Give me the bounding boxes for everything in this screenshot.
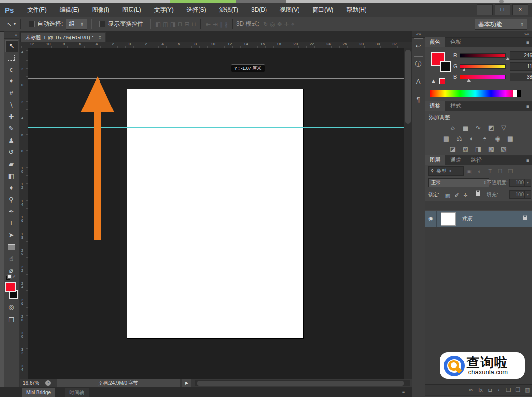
- vertical-scrollbar[interactable]: [404, 48, 412, 379]
- move-tool[interactable]: ↖: [5, 40, 18, 52]
- filter-pixel-layers-icon[interactable]: ▣: [464, 166, 474, 177]
- toolbar-collapse-icon[interactable]: »: [4, 32, 19, 39]
- layers-tab-0[interactable]: 图层: [425, 155, 445, 165]
- guide-horizontal-1[interactable]: [28, 127, 404, 128]
- lock-image-pixels-icon[interactable]: ✐: [452, 192, 461, 199]
- horizontal-scrollbar-thumb[interactable]: [197, 381, 404, 386]
- menu-item-4[interactable]: 文字(Y): [148, 6, 180, 13]
- layer-row-background[interactable]: ◉ 背景: [425, 211, 532, 227]
- blur-tool[interactable]: ♦: [5, 182, 17, 193]
- auto-select-dropdown[interactable]: 组⇕: [66, 19, 87, 30]
- character-panel-icon[interactable]: A: [412, 76, 425, 88]
- status-options-arrow-icon[interactable]: ▶: [182, 379, 191, 387]
- clone-stamp-tool[interactable]: ♟: [5, 135, 17, 146]
- black-white-icon[interactable]: ◐: [466, 134, 478, 143]
- channel-slider-G[interactable]: [460, 64, 506, 69]
- photo-filter-icon[interactable]: ◓: [478, 134, 491, 143]
- hue-saturation-icon[interactable]: ▤: [440, 134, 453, 143]
- layer-filter-type-dropdown[interactable]: ⚲ 类型 ⇕: [428, 166, 464, 176]
- bottom-panel-menu-icon[interactable]: ≡: [402, 389, 405, 394]
- curves-icon[interactable]: ∿: [472, 123, 485, 132]
- layer-visibility-eye-icon[interactable]: ◉: [425, 211, 437, 227]
- layer-name[interactable]: 背景: [462, 215, 522, 222]
- color-balance-icon[interactable]: ⚖: [453, 134, 466, 143]
- background-color-swatch[interactable]: [440, 61, 451, 72]
- eraser-tool[interactable]: ▰: [5, 159, 17, 170]
- menu-item-9[interactable]: 窗口(W): [306, 6, 340, 13]
- history-panel-icon[interactable]: ↩: [412, 40, 425, 52]
- link-layers-icon[interactable]: ∞: [466, 385, 476, 395]
- slider-knob[interactable]: [506, 57, 510, 60]
- dodge-tool[interactable]: ⚲: [5, 194, 17, 205]
- gamut-warning-swatch[interactable]: [439, 78, 445, 84]
- layers-tab-2[interactable]: 路径: [466, 155, 487, 165]
- menu-item-6[interactable]: 滤镜(T): [213, 6, 245, 13]
- layers-tab-1[interactable]: 通道: [445, 155, 466, 165]
- menu-item-3[interactable]: 图层(L): [116, 6, 148, 13]
- tab-close-icon[interactable]: ×: [99, 35, 101, 40]
- filter-type-layers-icon[interactable]: T: [485, 166, 495, 177]
- filter-shape-layers-icon[interactable]: ❒: [495, 166, 505, 177]
- channel-value-B[interactable]: 38: [510, 73, 532, 81]
- lock-transparent-pixels-icon[interactable]: ▨: [443, 192, 452, 199]
- gradient-map-icon[interactable]: ▧: [498, 145, 510, 154]
- close-button[interactable]: ×: [512, 4, 528, 15]
- show-transform-checkbox[interactable]: [99, 21, 105, 27]
- gamut-warning-icon[interactable]: ▲: [431, 78, 436, 84]
- color-swatch-pair[interactable]: [5, 282, 18, 295]
- menu-item-1[interactable]: 编辑(E): [53, 6, 86, 13]
- lock-all-icon[interactable]: [476, 192, 480, 196]
- workspace-switcher[interactable]: 基本功能⇕: [475, 19, 527, 30]
- layers-panel-menu-icon[interactable]: ≡: [526, 158, 529, 163]
- layer-mask-icon[interactable]: ◘: [485, 385, 495, 395]
- panels-collapse-icon[interactable]: »»: [425, 31, 532, 38]
- delete-layer-icon[interactable]: ▥: [523, 385, 532, 395]
- color-tab-1[interactable]: 色板: [445, 37, 466, 47]
- fill-caret-icon[interactable]: ▾: [524, 190, 531, 199]
- levels-icon[interactable]: ▅: [459, 123, 472, 132]
- color-spectrum-ramp[interactable]: [430, 90, 521, 97]
- document-tab[interactable]: 未标题-1 @ 16.7%(RGB/8) * ×: [21, 32, 106, 42]
- quick-mask-button[interactable]: ◎: [5, 302, 17, 313]
- guide-horizontal-2[interactable]: [28, 209, 404, 209]
- paragraph-panel-icon[interactable]: ¶: [412, 94, 425, 106]
- new-layer-icon[interactable]: ❐: [513, 385, 523, 395]
- vibrance-icon[interactable]: ▽: [498, 123, 510, 132]
- color-lookup-icon[interactable]: ▦: [504, 134, 517, 143]
- spot-healing-brush-tool[interactable]: ✚: [5, 111, 17, 122]
- layer-group-icon[interactable]: ❏: [504, 385, 513, 395]
- menu-item-7[interactable]: 3D(D): [245, 6, 273, 13]
- screen-mode-button[interactable]: ❐: [5, 315, 17, 325]
- vertical-scrollbar-thumb[interactable]: [405, 50, 411, 124]
- channel-value-G[interactable]: 11: [510, 62, 532, 71]
- zoom-level-field[interactable]: 16.67%: [23, 380, 39, 386]
- auto-select-checkbox[interactable]: [29, 21, 35, 27]
- layer-style-icon[interactable]: fx: [476, 385, 485, 395]
- adjustment-layer-icon[interactable]: ◐: [495, 385, 504, 395]
- adjustments-tab-0[interactable]: 调整: [425, 101, 445, 111]
- menu-item-0[interactable]: 文件(F): [21, 6, 53, 13]
- dock-expand-icon[interactable]: ««: [412, 31, 425, 38]
- slider-knob[interactable]: [467, 79, 471, 82]
- foreground-color-tool-swatch[interactable]: [5, 282, 16, 292]
- color-tab-0[interactable]: 颜色: [425, 37, 445, 47]
- eyedropper-tool[interactable]: ∖: [5, 100, 17, 110]
- gradient-tool[interactable]: ◧: [5, 171, 17, 181]
- channel-slider-R[interactable]: [460, 53, 506, 58]
- swap-colors-icon[interactable]: ⇄: [6, 274, 16, 280]
- channel-slider-B[interactable]: [460, 75, 506, 79]
- tab-timeline[interactable]: 时间轴: [65, 388, 89, 397]
- menu-item-5[interactable]: 选择(S): [180, 6, 213, 13]
- filter-smart-objects-icon[interactable]: ❐: [505, 166, 516, 177]
- filter-adjustment-layers-icon[interactable]: ◐: [474, 166, 485, 177]
- channel-value-R[interactable]: 246: [510, 51, 532, 60]
- minimize-button[interactable]: –: [477, 4, 493, 15]
- adjustments-panel-menu-icon[interactable]: ≡: [526, 104, 529, 109]
- opacity-caret-icon[interactable]: ▾: [524, 179, 531, 187]
- horizontal-scrollbar[interactable]: [195, 380, 410, 386]
- history-brush-tool[interactable]: ↺: [5, 147, 17, 158]
- document-canvas[interactable]: [127, 89, 303, 338]
- threshold-icon[interactable]: ◨: [472, 145, 485, 154]
- blend-mode-dropdown[interactable]: 正常 ⇕: [428, 178, 489, 187]
- exposure-icon[interactable]: ◩: [485, 123, 498, 132]
